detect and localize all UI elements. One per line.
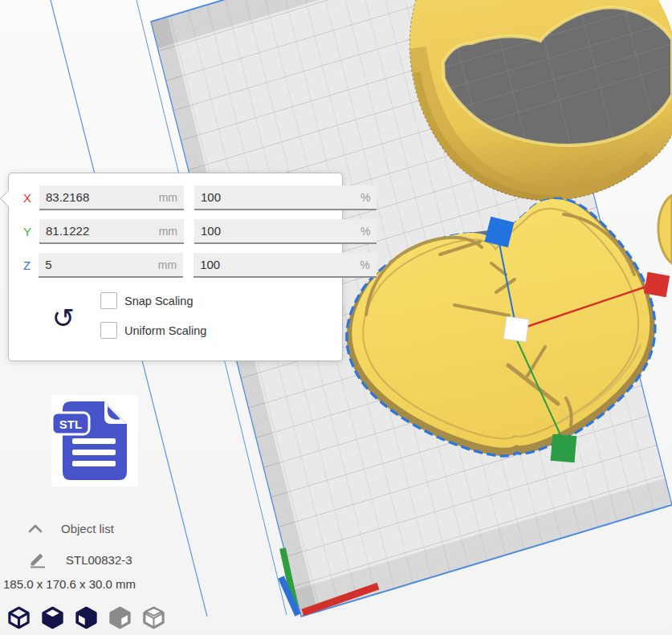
chevron-up-icon <box>27 523 43 534</box>
axis-label-x: X <box>23 191 31 205</box>
rename-pencil-icon[interactable] <box>29 551 47 568</box>
x-percent-input[interactable] <box>201 190 360 204</box>
scale-handle-x[interactable] <box>644 272 670 297</box>
uniform-scaling-label: Uniform Scaling <box>124 324 206 337</box>
y-size-input[interactable] <box>46 224 159 238</box>
z-percent-unit: % <box>360 258 369 271</box>
y-percent-unit: % <box>360 225 370 238</box>
stl-file-icon: STL <box>50 395 140 488</box>
cube-wireframe-icon[interactable] <box>6 604 31 631</box>
z-size-input[interactable] <box>45 258 158 271</box>
scale-row-z: Z mm % <box>23 253 328 278</box>
object-dimensions: 185.0 x 170.6 x 30.0 mm <box>3 577 136 591</box>
z-percent-input[interactable] <box>200 258 360 271</box>
scale-handle-y[interactable] <box>551 434 577 462</box>
x-percent-unit: % <box>360 191 370 204</box>
snap-scaling-label: Snap Scaling <box>124 295 193 307</box>
y-size-unit: mm <box>159 225 177 238</box>
stl-file-thumbnail[interactable]: STL <box>50 395 140 488</box>
x-size-input[interactable] <box>46 190 159 204</box>
view-mode-toolbar <box>6 604 166 631</box>
object-list-title: Object list <box>61 522 114 535</box>
cube-solid-outline-icon[interactable] <box>74 604 99 631</box>
snap-scaling-checkbox[interactable] <box>100 292 117 309</box>
axis-label-y: Y <box>23 225 31 238</box>
y-percent-input[interactable] <box>201 224 360 238</box>
reset-scale-button[interactable]: ↺ <box>47 300 79 336</box>
stl-badge-text: STL <box>59 417 82 431</box>
cube-light-icon[interactable] <box>108 604 132 631</box>
scale-row-x: X mm % <box>23 185 328 210</box>
axis-label-z: Z <box>23 258 31 272</box>
cube-solid-icon[interactable] <box>40 604 65 631</box>
x-size-unit: mm <box>159 191 177 204</box>
object-list-item[interactable]: STL00832-3 <box>0 549 132 570</box>
object-name: STL00832-3 <box>66 553 132 567</box>
scale-handle-center[interactable] <box>503 316 529 342</box>
cura-viewport: X mm % Y mm % Z mm % ↺ <box>0 0 672 635</box>
z-size-unit: mm <box>158 258 177 271</box>
scale-tool-panel: X mm % Y mm % Z mm % ↺ <box>8 173 343 361</box>
reset-icon: ↺ <box>52 303 75 333</box>
cube-light-open-icon[interactable] <box>141 604 166 631</box>
object-list-header[interactable]: Object list <box>0 518 114 539</box>
scale-row-y: Y mm % <box>23 219 328 244</box>
uniform-scaling-checkbox[interactable] <box>100 322 117 339</box>
